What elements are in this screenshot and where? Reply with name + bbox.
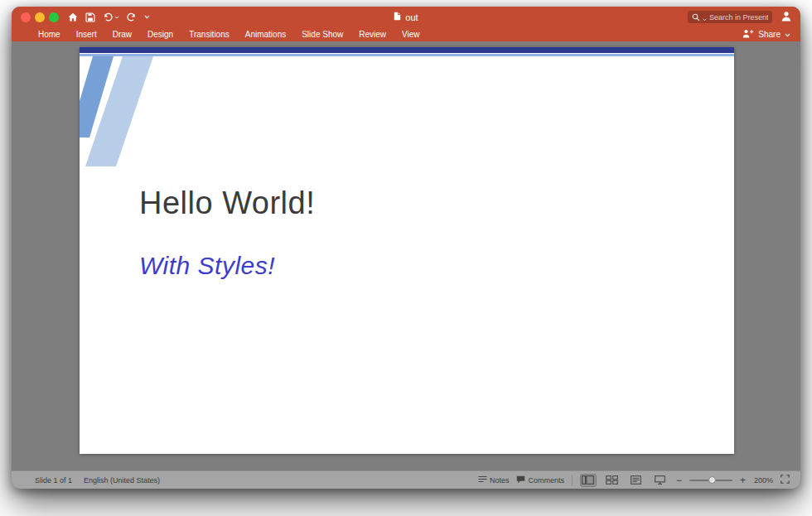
account-icon[interactable] bbox=[781, 10, 792, 25]
slide-indicator: Slide 1 of 1 bbox=[35, 476, 72, 485]
editor-canvas-area: Hello World! With Styles! bbox=[12, 41, 800, 470]
tab-transitions[interactable]: Transitions bbox=[189, 31, 230, 39]
notes-toggle[interactable]: Notes bbox=[478, 475, 510, 485]
close-button[interactable] bbox=[21, 12, 31, 22]
minimize-button[interactable] bbox=[35, 12, 45, 22]
search-icon bbox=[692, 10, 700, 25]
share-button[interactable]: Share bbox=[742, 27, 790, 41]
zoom-out-button[interactable]: − bbox=[676, 475, 682, 485]
slide-sorter-view-button[interactable] bbox=[604, 474, 621, 487]
document-icon bbox=[394, 12, 401, 22]
zoom-in-button[interactable]: + bbox=[740, 475, 746, 485]
normal-view-button[interactable] bbox=[580, 474, 597, 487]
normal-view-icon bbox=[582, 475, 594, 485]
quick-access-toolbar bbox=[68, 7, 150, 27]
share-person-plus-icon bbox=[742, 29, 754, 40]
zoom-slider-thumb[interactable] bbox=[708, 476, 716, 484]
search-input[interactable] bbox=[709, 13, 768, 22]
home-icon[interactable] bbox=[68, 12, 78, 22]
search-box[interactable] bbox=[688, 11, 772, 23]
powerpoint-window: out Home Insert Draw Design Transitions … bbox=[12, 7, 800, 489]
tab-slide-show[interactable]: Slide Show bbox=[302, 31, 343, 39]
language-selector[interactable]: English (United States) bbox=[84, 476, 160, 485]
titlebar-right bbox=[688, 7, 792, 27]
toolbar-options-chevron-icon[interactable] bbox=[144, 15, 150, 19]
tab-insert[interactable]: Insert bbox=[76, 31, 97, 39]
fit-slide-button[interactable] bbox=[781, 475, 790, 485]
slide-diagonal-stripes-decoration bbox=[80, 56, 187, 172]
reading-view-icon bbox=[631, 475, 641, 485]
zoom-slider[interactable] bbox=[689, 475, 732, 485]
reading-view-button[interactable] bbox=[628, 474, 645, 487]
comments-label: Comments bbox=[528, 476, 564, 485]
slide-top-bar-decoration bbox=[80, 47, 734, 53]
status-separator bbox=[572, 475, 573, 485]
undo-button[interactable] bbox=[103, 12, 119, 22]
slide-title-text[interactable]: Hello World! bbox=[139, 186, 315, 221]
comments-icon bbox=[516, 475, 525, 485]
tab-animations[interactable]: Animations bbox=[245, 31, 286, 39]
notes-icon bbox=[478, 475, 487, 485]
tab-home[interactable]: Home bbox=[38, 31, 60, 39]
ribbon-tab-bar: Home Insert Draw Design Transitions Anim… bbox=[12, 27, 800, 41]
status-bar-right: Notes Comments − bbox=[478, 474, 790, 487]
redo-button[interactable] bbox=[127, 12, 137, 22]
tab-view[interactable]: View bbox=[402, 31, 420, 39]
titlebar: out bbox=[12, 7, 800, 27]
slide-subtitle-text[interactable]: With Styles! bbox=[139, 252, 275, 279]
fullscreen-button[interactable] bbox=[49, 12, 59, 22]
slide-sorter-icon bbox=[606, 475, 618, 485]
fit-slide-icon bbox=[781, 475, 790, 484]
save-icon[interactable] bbox=[85, 12, 95, 22]
status-bar: Slide 1 of 1 English (United States) Not… bbox=[12, 470, 800, 489]
search-scope-chevron-icon[interactable] bbox=[703, 10, 707, 25]
slide-canvas[interactable]: Hello World! With Styles! bbox=[80, 47, 734, 454]
share-label: Share bbox=[758, 30, 781, 39]
tab-draw[interactable]: Draw bbox=[113, 31, 132, 39]
zoom-level[interactable]: 200% bbox=[753, 476, 773, 485]
share-chevron-icon bbox=[785, 30, 790, 39]
notes-label: Notes bbox=[490, 476, 510, 485]
tab-review[interactable]: Review bbox=[359, 31, 386, 39]
tab-design[interactable]: Design bbox=[147, 31, 173, 39]
comments-toggle[interactable]: Comments bbox=[516, 475, 564, 485]
slideshow-button[interactable] bbox=[652, 474, 669, 487]
document-title: out bbox=[405, 12, 418, 22]
window-controls bbox=[21, 12, 59, 22]
slideshow-icon bbox=[655, 475, 665, 485]
undo-chevron-icon bbox=[114, 16, 119, 19]
